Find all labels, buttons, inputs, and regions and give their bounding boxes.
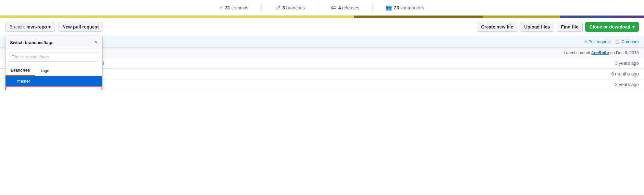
- branch-label-text: Branch:: [9, 24, 25, 29]
- tag-icon: 🏷: [331, 5, 336, 11]
- commits-stat[interactable]: ⑃ 31 commits: [207, 4, 262, 12]
- contrib-seg-3: [483, 16, 560, 18]
- commit-icon: ⑃: [220, 5, 223, 11]
- file-time: 3 years ago: [615, 82, 639, 87]
- branch-item-label: mvn-repo: [18, 90, 36, 90]
- checkmark-icon: ✓: [11, 90, 16, 90]
- branch-item-mvn-repo[interactable]: ✓ mvn-repo: [6, 86, 102, 90]
- tab-tags[interactable]: Tags: [35, 65, 54, 76]
- contrib-seg-1: [0, 16, 354, 18]
- contrib-seg-2: [354, 16, 483, 18]
- compare-link[interactable]: 📋 Compare: [615, 39, 639, 44]
- compare-icon: 📋: [615, 39, 620, 44]
- file-message: ore missing jar: [16, 71, 611, 76]
- clone-or-download-button[interactable]: Clone or download ▾: [585, 22, 639, 32]
- stats-bar: ⑃ 31 commits ⎇ 3 branches 🏷 4 releases 👥…: [0, 0, 644, 16]
- branch-dropdown: Switch branches/tags × Branches Tags mas…: [5, 36, 103, 90]
- dropdown-title: Switch branches/tags: [10, 40, 54, 45]
- toolbar-left: Branch: mvn-repo ▾ New pull request: [5, 22, 103, 32]
- releases-count: 4 releases: [338, 5, 359, 10]
- branch-item-label: master: [17, 79, 30, 84]
- branch-name-text: mvn-repo: [26, 24, 47, 29]
- toolbar-row: Branch: mvn-repo ▾ New pull request Crea…: [0, 18, 644, 36]
- file-time: 6 months ago: [611, 71, 639, 76]
- commit-prefix: Latest commit: [564, 50, 590, 55]
- branch-filter-input[interactable]: [9, 52, 99, 62]
- chevron-down-icon: ▾: [48, 24, 51, 29]
- create-new-file-button[interactable]: Create new file: [477, 22, 517, 32]
- contributors-icon: 👥: [386, 5, 392, 11]
- new-pull-request-button[interactable]: New pull request: [58, 22, 103, 32]
- contribution-bar: [0, 16, 644, 18]
- branch-item-master[interactable]: master: [6, 76, 102, 86]
- upload-files-button[interactable]: Upload files: [520, 22, 554, 32]
- chevron-down-icon-clone: ▾: [632, 24, 635, 29]
- check-placeholder-icon: [10, 79, 15, 84]
- clone-label-text: Clone or download: [589, 24, 630, 29]
- pull-request-icon: ⑃: [584, 39, 587, 44]
- dropdown-items-list: master ✓ mvn-repo youyong205-patch-1: [6, 76, 102, 90]
- contrib-seg-5: [612, 16, 644, 18]
- behind-actions: ⑃ Pull request 📋 Compare: [584, 39, 639, 44]
- contrib-seg-4: [560, 16, 612, 18]
- file-time: 3 years ago: [615, 61, 639, 66]
- commit-date: on Dec 6, 2015: [610, 50, 639, 55]
- contributors-stat[interactable]: 👥 23 contributors: [373, 3, 437, 12]
- main-content: behind master. ⑃ Pull request 📋 Compare …: [0, 36, 644, 90]
- pull-request-link[interactable]: ⑃ Pull request: [584, 39, 611, 44]
- toolbar-right: Create new file Upload files Find file C…: [477, 22, 639, 32]
- dropdown-header: Switch branches/tags ×: [6, 36, 102, 49]
- branch-selector-button[interactable]: Branch: mvn-repo ▾: [5, 22, 55, 32]
- commits-count: 31 commits: [225, 5, 248, 10]
- file-message: e codegen-maven-plugin from 2.0.5 to 2.0…: [16, 61, 615, 66]
- find-file-button[interactable]: Find file: [557, 22, 583, 32]
- tab-branches[interactable]: Branches: [6, 65, 35, 76]
- releases-stat[interactable]: 🏷 4 releases: [318, 4, 373, 12]
- file-message: .travis.yml: [16, 82, 615, 87]
- branches-stat[interactable]: ⎇ 3 branches: [262, 3, 318, 12]
- commit-hash-link[interactable]: 4ce5b0e: [591, 50, 609, 55]
- dropdown-close-button[interactable]: ×: [95, 40, 98, 45]
- branches-count: 3 branches: [282, 5, 305, 10]
- dropdown-search-area: [6, 49, 102, 65]
- dropdown-tabs: Branches Tags: [6, 65, 102, 76]
- contributors-count: 23 contributors: [394, 5, 424, 10]
- branch-icon: ⎇: [275, 5, 280, 11]
